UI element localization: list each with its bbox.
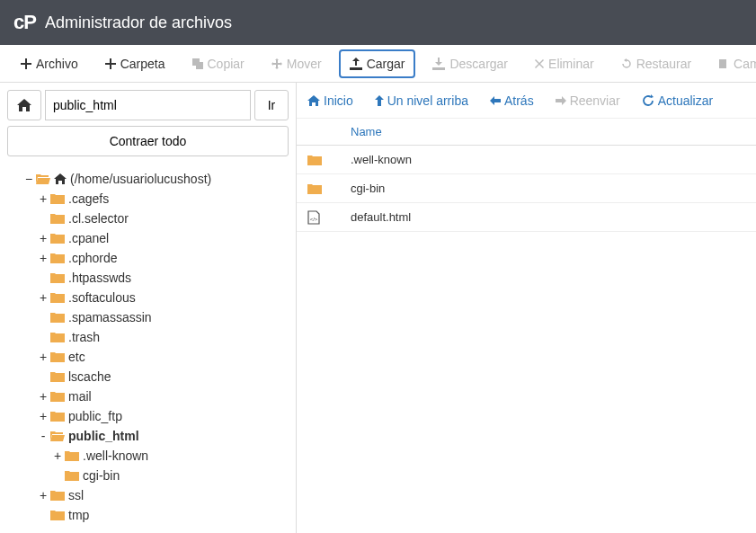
rename-button[interactable]: Cambiar	[708, 50, 756, 77]
folder-closed-icon	[50, 371, 65, 382]
folder-closed-icon	[50, 233, 65, 244]
folder-closed-icon	[50, 351, 65, 362]
file-name-label: cgi-bin	[351, 182, 385, 195]
tree-toggle-icon[interactable]: +	[38, 488, 49, 502]
tree-node-label: public_html	[68, 429, 139, 443]
tree-toggle-icon[interactable]: +	[38, 409, 49, 423]
collapse-all-button[interactable]: Contraer todo	[7, 126, 289, 156]
tree-toggle-icon[interactable]: +	[38, 350, 49, 364]
file-content: Inicio Un nivel arriba Atrás Reenviar Ac…	[297, 83, 756, 533]
delete-label: Eliminar	[548, 57, 594, 71]
tree-node[interactable]: +mail	[7, 386, 289, 406]
table-header-name[interactable]: Name	[297, 119, 756, 146]
tree-toggle-icon[interactable]: +	[38, 231, 49, 245]
path-input[interactable]	[45, 90, 251, 120]
folder-open-icon	[36, 173, 50, 184]
nav-back-label: Atrás	[504, 93, 534, 108]
nav-forward-link[interactable]: Reenviar	[556, 93, 620, 108]
restore-button[interactable]: Restaurar	[611, 50, 701, 77]
tree-node[interactable]: +.softaculous	[7, 288, 289, 307]
up-arrow-icon	[375, 95, 384, 106]
file-row[interactable]: .well-known	[297, 146, 756, 174]
home-icon	[307, 95, 320, 106]
copy-button[interactable]: Copiar	[182, 50, 254, 77]
tree-toggle-icon[interactable]: +	[38, 290, 49, 305]
nav-refresh-label: Actualizar	[658, 93, 713, 108]
nav-home-label: Inicio	[324, 93, 353, 108]
tree-node-label: .cphorde	[68, 251, 117, 265]
upload-label: Cargar	[367, 57, 405, 71]
back-arrow-icon	[490, 96, 501, 105]
tree-toggle-icon[interactable]: +	[38, 191, 49, 206]
tree-node[interactable]: -public_html	[7, 426, 289, 446]
nav-home-link[interactable]: Inicio	[307, 93, 353, 108]
tree-node[interactable]: .htpasswds	[7, 268, 289, 288]
refresh-icon	[642, 94, 654, 107]
download-icon	[432, 58, 445, 70]
tree-root[interactable]: − (/home/usuariolucushost)	[7, 169, 289, 189]
tree-node-label: lscache	[68, 369, 111, 384]
tree-toggle-icon[interactable]: −	[23, 172, 34, 186]
tree-node[interactable]: +.cphorde	[7, 248, 289, 268]
move-button[interactable]: Mover	[262, 50, 332, 77]
folder-closed-icon	[50, 490, 65, 501]
tree-node-label: .cl.selector	[68, 211, 129, 226]
html-file-icon: </>	[307, 210, 324, 225]
svg-rect-2	[719, 59, 726, 68]
home-icon	[54, 173, 67, 184]
tree-toggle-icon[interactable]: +	[38, 251, 49, 265]
tree-node[interactable]: +etc	[7, 347, 289, 367]
tree-node[interactable]: .cl.selector	[7, 209, 289, 228]
upload-button[interactable]: Cargar	[339, 49, 416, 78]
copy-icon	[192, 58, 203, 69]
tree-node-label: .cagefs	[68, 191, 109, 206]
delete-button[interactable]: Eliminar	[525, 50, 604, 77]
folder-closed-icon	[50, 292, 65, 303]
file-label: Archivo	[36, 57, 78, 71]
copy-label: Copiar	[208, 57, 245, 71]
tree-node[interactable]: +.cagefs	[7, 189, 289, 209]
tree-toggle-icon[interactable]: +	[38, 389, 49, 404]
plus-icon	[105, 58, 116, 69]
tree-node[interactable]: +ssl	[7, 485, 289, 505]
new-file-button[interactable]: Archivo	[11, 50, 88, 77]
nav-back-link[interactable]: Atrás	[490, 93, 534, 108]
tree-node[interactable]: .spamassassin	[7, 307, 289, 327]
restore-label: Restaurar	[636, 57, 691, 71]
tree-node-label: etc	[68, 350, 85, 364]
tree-node-label: ssl	[68, 488, 84, 502]
tree-node-label: .cpanel	[68, 231, 109, 245]
nav-refresh-link[interactable]: Actualizar	[642, 93, 713, 108]
tree-node[interactable]: +var	[7, 525, 289, 526]
tree-node[interactable]: +.cpanel	[7, 228, 289, 248]
folder-closed-icon	[50, 253, 65, 263]
download-button[interactable]: Descargar	[422, 50, 518, 77]
file-row[interactable]: </>default.html	[297, 203, 756, 232]
file-name-label: .well-known	[351, 153, 412, 166]
tree-toggle-icon[interactable]: -	[38, 429, 49, 443]
tree-node-label: .well-known	[83, 449, 148, 463]
nav-up-link[interactable]: Un nivel arriba	[375, 93, 468, 108]
folder-open-icon	[50, 431, 65, 441]
svg-text:</>: </>	[310, 217, 318, 222]
folder-closed-icon	[50, 411, 65, 422]
tree-toggle-icon[interactable]: +	[52, 449, 63, 463]
tree-node[interactable]: tmp	[7, 505, 289, 525]
tree-root-label: (/home/usuariolucushost)	[70, 172, 211, 186]
nav-forward-label: Reenviar	[570, 93, 620, 108]
tree-node[interactable]: +public_ftp	[7, 406, 289, 426]
folder-closed-icon	[50, 213, 65, 224]
tree-node[interactable]: .trash	[7, 327, 289, 347]
tree-node-label: .htpasswds	[68, 271, 131, 285]
tree-node[interactable]: +.well-known	[7, 446, 289, 466]
cpanel-logo-icon: cP	[13, 11, 36, 34]
folder-closed-icon	[65, 450, 79, 461]
go-button[interactable]: Ir	[254, 90, 289, 120]
move-label: Mover	[287, 57, 322, 71]
home-button[interactable]	[7, 90, 41, 120]
file-row[interactable]: cgi-bin	[297, 174, 756, 203]
folder-closed-icon	[50, 272, 65, 283]
tree-node[interactable]: lscache	[7, 367, 289, 386]
tree-node[interactable]: cgi-bin	[7, 466, 289, 485]
new-folder-button[interactable]: Carpeta	[95, 50, 175, 77]
